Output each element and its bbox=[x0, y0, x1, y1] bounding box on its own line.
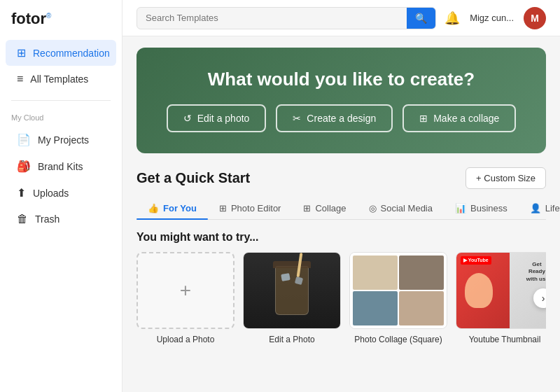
sidebar-item-trash[interactable]: 🗑 Trash bbox=[6, 206, 116, 232]
brand-kits-icon: 🎒 bbox=[17, 160, 31, 173]
create-design-icon: ✂ bbox=[293, 113, 301, 124]
make-collage-icon: ⊞ bbox=[419, 113, 428, 124]
logo: fotor® bbox=[11, 10, 51, 28]
tab-label: For You bbox=[163, 203, 197, 214]
sidebar-item-my-projects[interactable]: 📄 My Projects bbox=[6, 127, 116, 153]
card-label-edit: Edit a Photo bbox=[243, 335, 341, 344]
sidebar-item-label: All Templates bbox=[30, 74, 88, 85]
edit-photo-icon: ↺ bbox=[183, 113, 192, 124]
card-thumb-youtube: ▶ YouTube GetReadywith us! bbox=[456, 252, 546, 329]
card-label-upload: Upload a Photo bbox=[136, 335, 234, 344]
sidebar-divider bbox=[11, 100, 111, 101]
search-input[interactable] bbox=[137, 8, 407, 28]
header-right: 🔔 Migz cun... M bbox=[444, 7, 546, 29]
yt-red-section: ▶ YouTube bbox=[456, 253, 510, 328]
drink-cup bbox=[275, 266, 309, 315]
card-label-youtube: Youtube Thumbnail bbox=[456, 335, 546, 344]
main-content: 🔍 🔔 Migz cun... M What would you like to… bbox=[122, 0, 560, 392]
tab-social-media[interactable]: ◎ Social Media bbox=[358, 197, 444, 219]
card-edit-photo[interactable]: Edit a Photo bbox=[243, 252, 341, 344]
drink-straw bbox=[297, 253, 303, 277]
sidebar-item-all-templates[interactable]: ≡ All Templates bbox=[6, 66, 116, 92]
cards-row: + Upload a Photo bbox=[136, 252, 546, 344]
recommendation-icon: ⊞ bbox=[17, 46, 26, 59]
sidebar-item-label: Trash bbox=[35, 214, 59, 225]
sidebar-item-label: Recommendation bbox=[33, 48, 110, 59]
business-icon: 📊 bbox=[455, 203, 466, 214]
custom-size-label: + Custom Size bbox=[476, 173, 536, 183]
tab-photo-editor[interactable]: ⊞ Photo Editor bbox=[208, 197, 293, 219]
create-design-button[interactable]: ✂ Create a design bbox=[276, 104, 393, 132]
card-youtube-thumbnail[interactable]: ▶ YouTube GetReadywith us! Youtube Thumb… bbox=[456, 252, 546, 344]
create-design-label: Create a design bbox=[307, 113, 376, 124]
collage-cell-3 bbox=[353, 291, 398, 326]
yt-bg: ▶ YouTube GetReadywith us! bbox=[456, 253, 546, 328]
uploads-icon: ⬆ bbox=[17, 186, 26, 200]
sidebar-item-brand-kits[interactable]: 🎒 Brand Kits bbox=[6, 153, 116, 179]
collage-cell-1 bbox=[353, 255, 398, 290]
collage-icon: ⊞ bbox=[303, 203, 311, 214]
yt-text-overlay: GetReadywith us! bbox=[526, 261, 546, 283]
card-thumb-collage bbox=[349, 252, 447, 329]
card-thumb-drink bbox=[243, 252, 341, 329]
notification-icon[interactable]: 🔔 bbox=[444, 10, 460, 26]
tab-label: Life bbox=[545, 203, 560, 214]
tab-life[interactable]: 👤 Life bbox=[519, 197, 560, 219]
sidebar-item-uploads[interactable]: ⬆ Uploads bbox=[6, 180, 116, 206]
card-thumb-upload: + bbox=[136, 252, 234, 329]
tab-label: Photo Editor bbox=[231, 203, 281, 214]
logo-area: fotor® bbox=[0, 0, 122, 36]
hero-buttons: ↺ Edit a photo ✂ Create a design ⊞ Make … bbox=[164, 104, 518, 132]
make-collage-label: Make a collage bbox=[433, 113, 499, 124]
quick-start-title: Get a Quick Start bbox=[136, 170, 250, 186]
yt-person-image bbox=[465, 273, 493, 308]
tab-collage[interactable]: ⊞ Collage bbox=[292, 197, 357, 219]
tab-label: Collage bbox=[315, 203, 346, 214]
quick-start-header: Get a Quick Start + Custom Size bbox=[136, 167, 546, 189]
collage-cell-2 bbox=[399, 255, 444, 290]
sidebar: fotor® ⊞ Recommendation ≡ All Templates … bbox=[0, 0, 122, 392]
hero-title: What would you like to create? bbox=[164, 69, 518, 90]
sidebar-item-label: Uploads bbox=[33, 188, 69, 199]
edit-photo-label: Edit a photo bbox=[197, 113, 250, 124]
header: 🔍 🔔 Migz cun... M bbox=[122, 0, 560, 36]
all-templates-icon: ≡ bbox=[17, 73, 23, 85]
photo-editor-icon: ⊞ bbox=[219, 203, 227, 214]
collage-cell-4 bbox=[399, 291, 444, 326]
tab-label: Business bbox=[470, 203, 507, 214]
try-section-title: You might want to try... bbox=[136, 231, 546, 244]
sidebar-item-label: Brand Kits bbox=[38, 161, 83, 172]
life-icon: 👤 bbox=[530, 203, 541, 214]
avatar[interactable]: M bbox=[524, 7, 546, 29]
logo-registered: ® bbox=[46, 12, 51, 20]
card-collage[interactable]: Photo Collage (Square) bbox=[349, 252, 447, 344]
social-media-icon: ◎ bbox=[369, 203, 377, 214]
card-label-collage: Photo Collage (Square) bbox=[349, 335, 447, 344]
search-bar: 🔍 bbox=[136, 7, 436, 29]
tab-for-you[interactable]: 👍 For You bbox=[136, 197, 208, 219]
cards-container: + Upload a Photo bbox=[136, 252, 546, 344]
tab-business[interactable]: 📊 Business bbox=[444, 197, 519, 219]
my-cloud-label: My Cloud bbox=[0, 109, 122, 126]
tabs: 👍 For You ⊞ Photo Editor ⊞ Collage ◎ Soc… bbox=[136, 197, 546, 220]
search-button[interactable]: 🔍 bbox=[407, 8, 435, 29]
content-area: What would you like to create? ↺ Edit a … bbox=[122, 36, 560, 392]
collage-bg bbox=[350, 253, 447, 328]
sidebar-item-label: My Projects bbox=[38, 134, 89, 146]
make-collage-button[interactable]: ⊞ Make a collage bbox=[402, 104, 516, 132]
tab-label: Social Media bbox=[381, 203, 433, 214]
drink-bg bbox=[244, 253, 340, 328]
my-projects-icon: 📄 bbox=[17, 133, 31, 146]
plus-icon: + bbox=[180, 279, 191, 302]
drink-ice2 bbox=[295, 276, 303, 285]
sidebar-nav: ⊞ Recommendation ≡ All Templates My Clou… bbox=[0, 36, 122, 235]
custom-size-button[interactable]: + Custom Size bbox=[465, 167, 546, 189]
drink-ice1 bbox=[281, 273, 290, 281]
card-upload-photo[interactable]: + Upload a Photo bbox=[136, 252, 234, 344]
trash-icon: 🗑 bbox=[17, 213, 28, 225]
sidebar-item-recommendation[interactable]: ⊞ Recommendation bbox=[6, 40, 116, 66]
edit-photo-button[interactable]: ↺ Edit a photo bbox=[167, 104, 267, 132]
for-you-icon: 👍 bbox=[148, 203, 159, 214]
hero-banner: What would you like to create? ↺ Edit a … bbox=[136, 48, 546, 153]
youtube-logo: ▶ YouTube bbox=[461, 256, 491, 265]
